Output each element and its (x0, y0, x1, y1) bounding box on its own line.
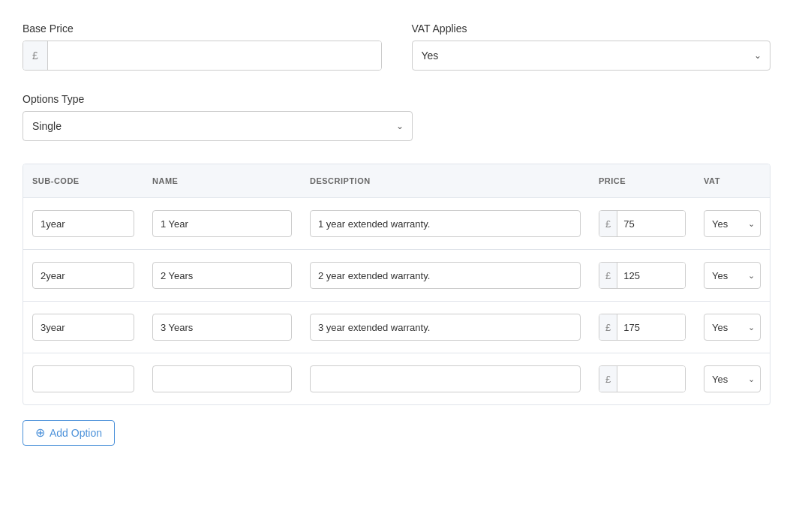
table-cell-vat: YesNo⌄ (695, 311, 770, 344)
table-cell-subcode (23, 259, 143, 292)
table-header-name: NAME (143, 172, 301, 190)
price-input[interactable] (617, 211, 686, 236)
table-header-description: DESCRIPTION (301, 172, 590, 190)
vat-applies-label: VAT Applies (412, 23, 771, 35)
options-type-select-wrapper: Single Multiple ⌄ (23, 111, 413, 141)
table-cell-vat: YesNo⌄ (695, 362, 770, 395)
table-cell-vat: YesNo⌄ (695, 259, 770, 292)
table-header-vat: VAT (695, 172, 770, 190)
vat-select-wrapper: YesNo⌄ (704, 314, 761, 341)
vat-applies-group: VAT Applies Yes No ⌄ (412, 23, 771, 71)
table-row: £YesNo⌄ (23, 250, 770, 302)
vat-select-wrapper: YesNo⌄ (704, 210, 761, 237)
description-input[interactable] (310, 314, 581, 341)
price-currency-symbol: £ (599, 366, 617, 392)
vat-select[interactable]: YesNo (704, 314, 761, 341)
base-price-input-wrapper: £ (23, 41, 382, 71)
price-input[interactable] (617, 263, 686, 288)
options-type-select[interactable]: Single Multiple (23, 111, 413, 141)
table-cell-vat: YesNo⌄ (695, 207, 770, 240)
table-cell-name (143, 259, 301, 292)
price-input[interactable] (617, 314, 686, 340)
table-row: £YesNo⌄ (23, 198, 770, 250)
table-cell-name (143, 311, 301, 344)
price-cell-wrapper: £ (599, 314, 686, 341)
price-cell-wrapper: £ (599, 365, 686, 392)
description-input[interactable] (310, 365, 581, 392)
table-cell-price: £ (590, 259, 695, 292)
vat-select[interactable]: YesNo (704, 210, 761, 237)
table-header-subcode: SUB-CODE (23, 172, 143, 190)
table-header-row: SUB-CODE NAME DESCRIPTION PRICE VAT (23, 164, 770, 198)
table-cell-price: £ (590, 311, 695, 344)
table-row: £YesNo⌄ (23, 353, 770, 404)
subcode-input[interactable] (32, 314, 134, 341)
table-row: £YesNo⌄ (23, 302, 770, 353)
add-option-button[interactable]: ⊕ Add Option (23, 420, 115, 446)
table-cell-price: £ (590, 362, 695, 395)
table-cell-subcode (23, 207, 143, 240)
name-input[interactable] (152, 262, 292, 289)
add-option-label: Add Option (50, 427, 102, 439)
vat-select[interactable]: YesNo (704, 262, 761, 289)
add-option-plus-icon: ⊕ (35, 427, 45, 439)
price-currency-symbol: £ (599, 211, 617, 236)
table-cell-description (301, 362, 590, 395)
vat-select[interactable]: YesNo (704, 365, 761, 392)
base-price-label: Base Price (23, 23, 382, 35)
subcode-input[interactable] (32, 365, 134, 392)
vat-applies-select-wrapper: Yes No ⌄ (412, 41, 771, 71)
name-input[interactable] (152, 314, 292, 341)
table-cell-name (143, 362, 301, 395)
table-cell-name (143, 207, 301, 240)
vat-select-wrapper: YesNo⌄ (704, 262, 761, 289)
base-price-currency-symbol: £ (23, 41, 48, 70)
table-cell-description (301, 259, 590, 292)
description-input[interactable] (310, 210, 581, 237)
top-form-row: Base Price £ VAT Applies Yes No ⌄ (23, 23, 770, 71)
table-cell-subcode (23, 362, 143, 395)
base-price-input[interactable] (48, 41, 381, 70)
table-cell-price: £ (590, 207, 695, 240)
price-cell-wrapper: £ (599, 262, 686, 289)
table-cell-subcode (23, 311, 143, 344)
options-type-section: Options Type Single Multiple ⌄ (23, 93, 770, 141)
base-price-group: Base Price £ (23, 23, 382, 71)
table-cell-description (301, 207, 590, 240)
price-cell-wrapper: £ (599, 210, 686, 237)
price-currency-symbol: £ (599, 314, 617, 340)
description-input[interactable] (310, 262, 581, 289)
name-input[interactable] (152, 210, 292, 237)
name-input[interactable] (152, 365, 292, 392)
subcode-input[interactable] (32, 210, 134, 237)
price-input[interactable] (617, 366, 686, 392)
options-table: SUB-CODE NAME DESCRIPTION PRICE VAT £Yes… (23, 164, 770, 405)
table-body: £YesNo⌄£YesNo⌄£YesNo⌄£YesNo⌄ (23, 198, 770, 404)
table-cell-description (301, 311, 590, 344)
price-currency-symbol: £ (599, 263, 617, 288)
vat-select-wrapper: YesNo⌄ (704, 365, 761, 392)
options-type-label: Options Type (23, 93, 770, 105)
vat-applies-select[interactable]: Yes No (412, 41, 771, 71)
subcode-input[interactable] (32, 262, 134, 289)
table-header-price: PRICE (590, 172, 695, 190)
